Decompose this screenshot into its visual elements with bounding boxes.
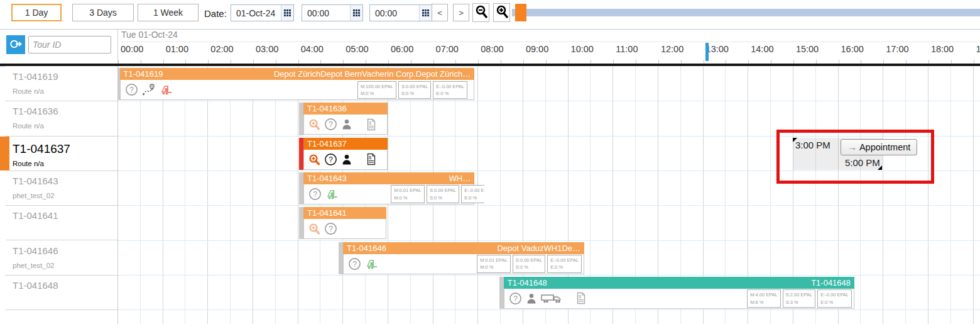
row-separator: [117, 101, 980, 101]
prev-day-button[interactable]: <: [432, 4, 448, 21]
hour-label: 12:00: [661, 44, 683, 54]
tour-list-item-T1-041637[interactable]: T1-041637Route n/a: [9, 137, 117, 171]
person-gray-icon[interactable]: [526, 293, 537, 304]
hour-label: 17:00: [886, 44, 908, 54]
bar-stats: M:0.01 EPALM:0 %S:0.00 EPALS:0 %E:-0.00 …: [475, 255, 582, 273]
doc-dark-icon[interactable]: $: [366, 153, 376, 165]
bar-header[interactable]: T1-041648T1-041648: [504, 277, 854, 289]
view-1-week-button[interactable]: 1 Week: [138, 4, 199, 21]
zoom-out-button[interactable]: [472, 3, 489, 22]
forklift-green-icon[interactable]: [365, 258, 379, 270]
bar-body[interactable]: ?$: [303, 115, 388, 135]
question-icon[interactable]: ?: [324, 222, 337, 235]
bar-body[interactable]: ?M:0.01 EPALM:0 %S:0.00 EPALS:0 %E:-0.00…: [343, 254, 584, 274]
stat-box: E:-0.00 EPALE:0 %: [547, 255, 582, 273]
zoom-pale-icon[interactable]: [308, 223, 320, 235]
gantt-grid: T1-041619Depot ZürichDepot BernVacherin …: [117, 67, 980, 324]
time-from-value[interactable]: 00:00: [302, 8, 350, 18]
person-gray-icon[interactable]: [341, 118, 352, 130]
tour-list-item-T1-041619[interactable]: T1-041619Route n/a: [5, 67, 117, 101]
tour-bar-T1-041619[interactable]: T1-041619Depot ZürichDepot BernVacherin …: [120, 68, 475, 100]
tour-bar-T1-041643[interactable]: T1-041643WH…?M:0.01 EPALM:0 %S:0.00 EPAL…: [303, 172, 474, 204]
arrow-right-icon: →: [847, 142, 857, 152]
calendar-icon[interactable]: [281, 5, 293, 21]
tour-bar-T1-041636[interactable]: T1-041636?$: [303, 103, 388, 135]
bar-header[interactable]: T1-041643WH…: [303, 172, 474, 184]
tour-id-search-input[interactable]: [28, 36, 111, 53]
time-picker-icon[interactable]: [419, 5, 432, 21]
selected-row-strip: [0, 137, 9, 170]
stat-box: S:0.00 EPALS:0 %: [398, 81, 431, 99]
forklift-red-icon[interactable]: [160, 84, 173, 96]
bar-body[interactable]: ?$M:4.00 EPALM:6 %S:2.00 EPALS:3 %E:-0.0…: [504, 289, 854, 309]
bar-body[interactable]: ?: [303, 219, 386, 239]
hour-label: 13:00: [706, 44, 729, 54]
forklift-green-icon[interactable]: [325, 188, 339, 200]
appointment-button[interactable]: →Appointment: [841, 139, 917, 155]
stat-box: E:-0.00 EPALE:0 %: [433, 81, 467, 99]
time-from-input[interactable]: 00:00: [302, 4, 363, 21]
tour-planner-app: 1 Day 3 Days 1 Week Date: 01-Oct-24 00:0…: [0, 0, 980, 324]
question-icon[interactable]: ?: [509, 292, 522, 305]
question-icon[interactable]: ?: [125, 83, 138, 96]
tour-list-item-T1-041636[interactable]: T1-041636Route n/a: [5, 101, 117, 136]
bar-edge-marker: [299, 172, 303, 204]
magnifier-plus-icon: [496, 5, 508, 21]
view-1-day-button[interactable]: 1 Day: [11, 4, 62, 21]
bar-header[interactable]: T1-041641: [303, 207, 386, 219]
stat-box: E:-0.00 EPALE:0 %: [461, 185, 484, 203]
row-separator: [117, 275, 980, 276]
bar-header[interactable]: T1-041646Depot VaduzWH1De…: [343, 242, 584, 254]
svg-text:?: ?: [352, 260, 357, 269]
question-icon[interactable]: ?: [324, 118, 337, 131]
tour-list-item-T1-041643[interactable]: T1-041643phet_test_02: [5, 171, 117, 206]
svg-text:?: ?: [329, 155, 333, 164]
stat-box: S:0.00 EPALS:0 %: [513, 255, 545, 273]
doc-gray-icon[interactable]: $: [576, 292, 586, 304]
tour-bar-T1-041641[interactable]: T1-041641?: [303, 207, 386, 239]
view-3-days-button[interactable]: 3 Days: [72, 4, 134, 21]
next-day-button[interactable]: >: [453, 4, 469, 21]
appointment-block[interactable]: 3:00 PM5:00 PM→Appointment: [793, 138, 883, 170]
date-value[interactable]: 01-Oct-24: [231, 8, 281, 18]
row-separator: [117, 310, 980, 310]
scrollbar-handle[interactable]: [515, 4, 526, 21]
bar-stops-label: Depot ZürichDepot BernVacherin Corp.Depo…: [274, 69, 471, 79]
tour-list-item-T1-041641[interactable]: T1-041641: [5, 206, 117, 240]
tour-bar-T1-041646[interactable]: T1-041646Depot VaduzWH1De…?M:0.01 EPALM:…: [343, 242, 584, 274]
zoom-strong-icon[interactable]: [308, 154, 320, 165]
time-to-value[interactable]: 00:00: [370, 8, 419, 18]
doc-gray-icon[interactable]: $: [366, 118, 376, 131]
date-input[interactable]: 01-Oct-24: [231, 4, 294, 21]
time-to-input[interactable]: 00:00: [369, 4, 432, 21]
bar-body[interactable]: ?M:100.00 EPALM:0 %S:0.00 EPALS:0 %E:-0.…: [120, 80, 475, 100]
tour-search-button[interactable]: [6, 35, 25, 54]
zoom-in-button[interactable]: [493, 3, 510, 22]
bar-header[interactable]: T1-041637: [303, 138, 388, 150]
timeline-scrollbar[interactable]: [512, 0, 980, 29]
hour-label: 18:00: [931, 44, 954, 54]
question-dark-icon[interactable]: ?: [324, 153, 337, 166]
bar-body[interactable]: ?$: [303, 150, 388, 170]
question-icon[interactable]: ?: [348, 257, 361, 271]
route-icon[interactable]: [142, 84, 156, 96]
timeline-hour-scale: 00:0001:0002:0003:0004:0005:0006:0007:00…: [118, 42, 980, 60]
hour-label: 11:00: [616, 44, 638, 54]
tour-route-label: Route n/a: [13, 116, 117, 130]
bar-body[interactable]: ?M:0.01 EPALM:0 %S:0.00 EPALS:0 %E:-0.00…: [303, 184, 474, 204]
scrollbar-track[interactable]: [512, 9, 980, 16]
bar-header[interactable]: T1-041636: [303, 103, 388, 115]
tour-bar-T1-041648[interactable]: T1-041648T1-041648?$M:4.00 EPALM:6 %S:2.…: [504, 277, 854, 309]
question-icon[interactable]: ?: [308, 187, 322, 201]
zoom-pale-icon[interactable]: [308, 118, 320, 130]
time-picker-icon[interactable]: [350, 5, 362, 21]
person-dark-icon[interactable]: [341, 154, 352, 165]
bar-title: T1-041636: [307, 104, 347, 113]
truck-icon[interactable]: [541, 293, 562, 304]
tour-list-item-T1-041646[interactable]: T1-041646phet_test_02: [5, 241, 117, 276]
tour-list-item-T1-041648[interactable]: T1-041648: [5, 276, 117, 310]
tour-id-label: T1-041646: [13, 241, 117, 256]
timeline-day-label: Tue 01-Oct-24: [121, 30, 980, 42]
tour-bar-T1-041637[interactable]: T1-041637?$: [303, 138, 388, 170]
bar-header[interactable]: T1-041619Depot ZürichDepot BernVacherin …: [120, 68, 475, 80]
